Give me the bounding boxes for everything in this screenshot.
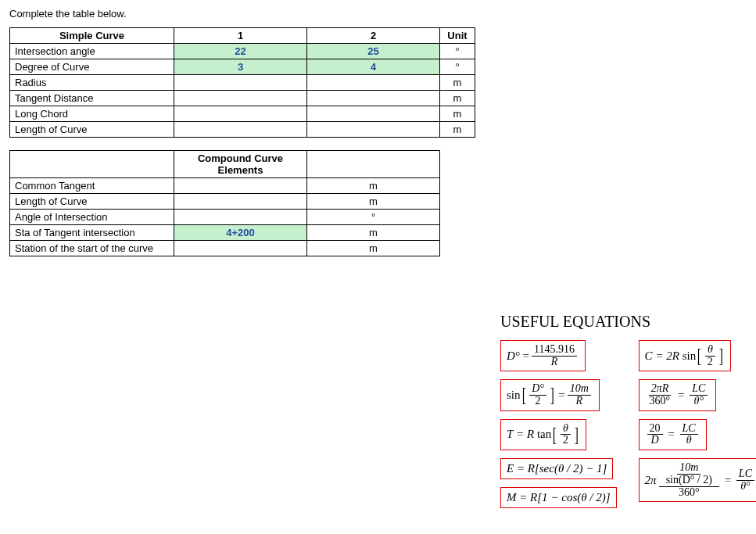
t2-row-label: Common Tangent [10, 178, 174, 194]
t1-row-unit: m [440, 106, 475, 122]
t1-row-v2[interactable] [307, 75, 440, 91]
t1-row-label: Long Chord [10, 106, 174, 122]
t1-row-v2: 4 [307, 59, 440, 75]
t1-row-unit: ° [440, 44, 475, 59]
t1-row-v1: 22 [174, 44, 307, 59]
t1-row-label: Degree of Curve [10, 59, 174, 75]
t1-row-v2[interactable] [307, 122, 440, 138]
t1-row-v1[interactable] [174, 75, 307, 91]
t1-row-v1[interactable] [174, 106, 307, 122]
instruction-text: Complete the table below. [9, 8, 747, 20]
t2-row-label: Sta of Tangent intersection [10, 225, 174, 241]
t1-row-unit: m [440, 122, 475, 138]
t1-row-v1: 3 [174, 59, 307, 75]
t2-row-unit: ° [307, 210, 440, 225]
t2-row-unit: m [307, 225, 440, 241]
t1-row-v1[interactable] [174, 122, 307, 138]
t2-row-value: 4+200 [174, 225, 307, 241]
t2-row-unit: m [307, 178, 440, 194]
simple-curve-table: Simple Curve 1 2 Unit Intersection angle… [9, 27, 475, 138]
t2-header-blank [10, 151, 174, 178]
t2-row-label: Angle of Intersection [10, 210, 174, 225]
t1-row-v1[interactable] [174, 91, 307, 106]
t2-row-value[interactable] [174, 194, 307, 210]
t2-row-label: Station of the start of the curve [10, 241, 174, 256]
t1-row-unit: m [440, 75, 475, 91]
t1-header-1: 1 [174, 28, 307, 44]
t2-row-value[interactable] [174, 210, 307, 225]
t2-row-value[interactable] [174, 178, 307, 194]
compound-curve-table: Compound Curve Elements Common Tangent m… [9, 150, 440, 256]
t1-row-label: Tangent Distance [10, 91, 174, 106]
t1-row-label: Intersection angle [10, 44, 174, 59]
t1-header-2: 2 [307, 28, 440, 44]
t1-row-unit: ° [440, 59, 475, 75]
t1-row-v2: 25 [307, 44, 440, 59]
t2-row-unit: m [307, 241, 440, 256]
t1-row-label: Length of Curve [10, 122, 174, 138]
t1-row-v2[interactable] [307, 106, 440, 122]
t1-header-unit: Unit [440, 28, 475, 44]
t2-row-unit: m [307, 194, 440, 210]
t2-header-blank2 [307, 151, 440, 178]
t1-row-v2[interactable] [307, 91, 440, 106]
t2-row-label: Length of Curve [10, 194, 174, 210]
t1-row-label: Radius [10, 75, 174, 91]
t2-header-title: Compound Curve Elements [174, 151, 307, 178]
t2-row-value[interactable] [174, 241, 307, 256]
t1-header-curve: Simple Curve [10, 28, 174, 44]
t1-row-unit: m [440, 91, 475, 106]
